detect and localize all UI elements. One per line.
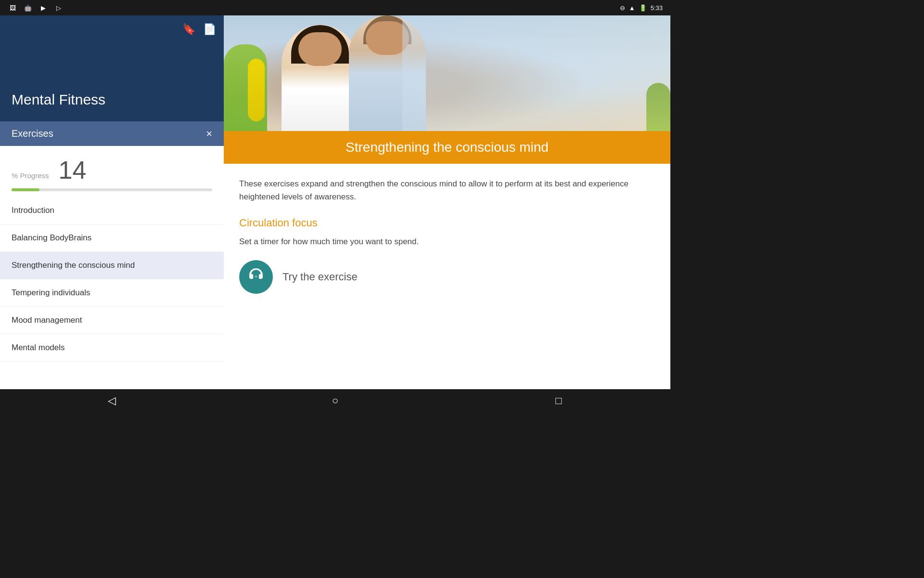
exercise-icon-circle	[239, 260, 273, 294]
nav-item-mood[interactable]: Mood management	[0, 307, 224, 334]
hero-title-banner: Strengthening the conscious mind	[224, 131, 670, 164]
bottom-nav: ◁ ○ □	[0, 389, 670, 412]
minus-icon: ⊖	[620, 4, 625, 12]
content-description: These exercises expand and strengthen th…	[239, 177, 655, 203]
progress-label: % Progress	[12, 171, 49, 180]
progress-section: % Progress 14	[0, 146, 224, 197]
time-display: 5:33	[651, 4, 663, 12]
photo-icon: 🖼	[8, 3, 17, 13]
headphones-icon	[247, 266, 265, 287]
content-area: Strengthening the conscious mind These e…	[224, 15, 670, 389]
people-illustration	[224, 15, 670, 131]
nav-list: Introduction Balancing BodyBrains Streng…	[0, 197, 224, 389]
sidebar-header-icons: 🔖 📄	[182, 23, 216, 36]
status-bar: 🖼 🤖 ▶ ▷ ⊖ ▲ 🔋 5:33	[0, 0, 670, 15]
nav-item-tempering[interactable]: Tempering individuals	[0, 279, 224, 307]
bookmark-icon[interactable]: 🔖	[182, 23, 195, 36]
status-bar-right: ⊖ ▲ 🔋 5:33	[620, 4, 663, 12]
exercises-label: Exercises	[12, 128, 53, 139]
recent-apps-button[interactable]: □	[544, 389, 573, 412]
hero-title-text: Strengthening the conscious mind	[346, 140, 549, 155]
sidebar: 🔖 📄 Mental Fitness Exercises × % Progres…	[0, 15, 224, 389]
wifi-icon: ▲	[629, 4, 635, 12]
progress-bar-fill	[12, 188, 39, 191]
section-text: Set a timer for how much time you want t…	[239, 235, 655, 248]
app-title: Mental Fitness	[12, 92, 212, 108]
add-file-icon[interactable]: 📄	[203, 23, 216, 36]
app-icon-1: ▶	[38, 3, 48, 13]
close-button[interactable]: ×	[206, 129, 212, 139]
back-button[interactable]: ◁	[97, 389, 126, 412]
status-bar-left: 🖼 🤖 ▶ ▷	[8, 3, 64, 13]
nav-item-balancing[interactable]: Balancing BodyBrains	[0, 224, 224, 252]
nav-item-mental-models[interactable]: Mental models	[0, 334, 224, 362]
hero-image	[224, 15, 670, 131]
progress-number: 14	[59, 158, 87, 183]
exercise-label: Try the exercise	[282, 271, 358, 283]
progress-bar-track	[12, 188, 212, 191]
nav-item-strengthening[interactable]: Strengthening the conscious mind	[0, 252, 224, 279]
exercise-button[interactable]: Try the exercise	[239, 260, 655, 294]
svg-point-0	[255, 276, 257, 277]
battery-icon: 🔋	[639, 4, 647, 12]
exercises-bar: Exercises ×	[0, 121, 224, 146]
progress-row: % Progress 14	[12, 158, 212, 183]
nav-item-introduction[interactable]: Introduction	[0, 197, 224, 224]
android-icon: 🤖	[23, 3, 33, 13]
main-container: 🔖 📄 Mental Fitness Exercises × % Progres…	[0, 15, 670, 389]
progress-label-wrapper: % Progress	[12, 171, 49, 183]
home-button[interactable]: ○	[321, 389, 349, 412]
sidebar-header: 🔖 📄 Mental Fitness	[0, 15, 224, 121]
content-body: These exercises expand and strengthen th…	[224, 164, 670, 389]
section-heading: Circulation focus	[239, 217, 655, 229]
store-icon: ▷	[54, 3, 64, 13]
